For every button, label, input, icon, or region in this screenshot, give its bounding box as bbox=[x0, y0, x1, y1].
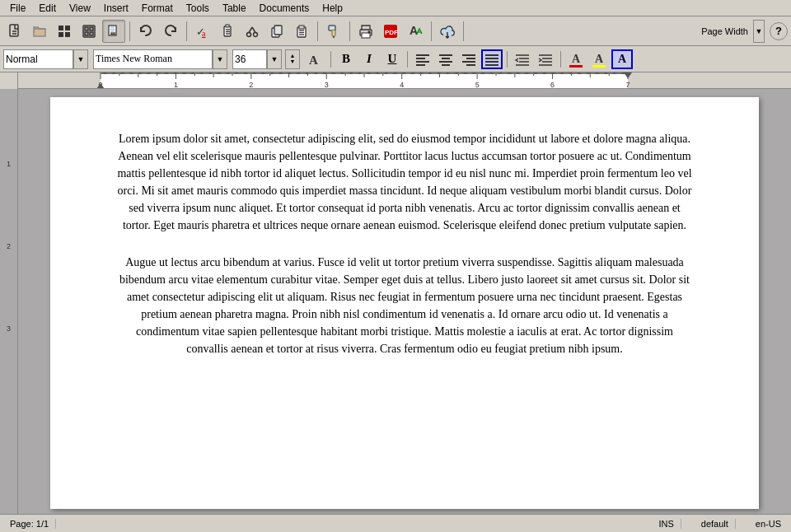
document-scroll[interactable]: Lorem ipsum dolor sit amet, consectetur … bbox=[18, 89, 791, 514]
align-center-button[interactable] bbox=[435, 49, 456, 69]
open-button[interactable] bbox=[28, 20, 51, 43]
copy-button[interactable] bbox=[265, 20, 288, 43]
menu-bar: File Edit View Insert Format Tools Table… bbox=[0, 0, 791, 16]
menu-format[interactable]: Format bbox=[135, 1, 180, 16]
menu-tools[interactable]: Tools bbox=[180, 1, 216, 16]
svg-rect-13 bbox=[110, 26, 115, 32]
align-left-button[interactable] bbox=[412, 49, 433, 69]
style-dropdown-arrow[interactable]: ▼ bbox=[73, 49, 88, 69]
sep3 bbox=[317, 21, 318, 41]
sep-fmt3 bbox=[507, 51, 508, 68]
ruler bbox=[18, 72, 791, 88]
help-button[interactable]: ? bbox=[770, 22, 788, 40]
clipboard-button[interactable] bbox=[216, 20, 239, 43]
page-width-area: Page Width ▼ ? bbox=[698, 20, 788, 43]
menu-insert[interactable]: Insert bbox=[97, 1, 135, 16]
svg-text:A: A bbox=[410, 24, 418, 37]
svg-rect-28 bbox=[274, 26, 282, 35]
status-bar: Page: 1/1 INS default en-US bbox=[0, 514, 791, 532]
page-width-dropdown-btn[interactable]: ▼ bbox=[753, 20, 765, 43]
paragraph-2: Augue ut lectus arcu bibendum at varius.… bbox=[116, 254, 693, 357]
svg-rect-30 bbox=[299, 26, 304, 29]
align-justify-button[interactable] bbox=[481, 49, 503, 69]
font-dropdown-arrow[interactable]: ▼ bbox=[213, 49, 227, 69]
undo-button[interactable] bbox=[134, 20, 157, 43]
svg-rect-3 bbox=[59, 26, 63, 30]
print-button[interactable] bbox=[354, 20, 377, 43]
menu-file[interactable]: File bbox=[3, 1, 32, 16]
svg-rect-5 bbox=[59, 32, 63, 37]
ruler-corner bbox=[0, 72, 18, 89]
spellcheck-button[interactable]: ✓ a bbox=[191, 20, 214, 43]
size-dropdown[interactable]: 36 bbox=[232, 49, 267, 69]
sep-fmt2 bbox=[407, 51, 408, 68]
align-right-button[interactable] bbox=[458, 49, 480, 69]
size-dropdown-arrow[interactable]: ▼ bbox=[267, 49, 282, 69]
sep1 bbox=[129, 21, 130, 41]
status-mode: INS bbox=[652, 519, 681, 529]
svg-rect-9 bbox=[90, 27, 93, 30]
style-dropdown-wrap: Normal ▼ bbox=[3, 49, 91, 69]
cut-button[interactable] bbox=[241, 20, 264, 43]
menu-edit[interactable]: Edit bbox=[32, 1, 63, 16]
line-num-1: 1 bbox=[7, 158, 11, 240]
style-dropdown[interactable]: Normal bbox=[3, 49, 73, 69]
ruler-container bbox=[0, 72, 791, 89]
view-grid2-button[interactable] bbox=[77, 20, 101, 43]
menu-help[interactable]: Help bbox=[316, 1, 349, 16]
font-dropdown[interactable]: Times New Roman bbox=[93, 49, 213, 69]
sep5 bbox=[431, 21, 432, 41]
toolbar1: ✓ a bbox=[0, 16, 791, 46]
status-page: Page: 1/1 bbox=[3, 519, 56, 529]
font-color-button[interactable]: A bbox=[565, 49, 587, 69]
sep-fmt1 bbox=[330, 51, 331, 68]
line-num-3: 3 bbox=[7, 323, 11, 405]
sep-fmt4 bbox=[560, 51, 561, 68]
size-stepper[interactable]: ▲ ▼ bbox=[285, 49, 300, 69]
menu-table[interactable]: Table bbox=[216, 1, 253, 16]
indent-decrease-button[interactable] bbox=[512, 49, 533, 69]
sep6 bbox=[463, 21, 464, 41]
menu-view[interactable]: View bbox=[63, 1, 97, 16]
spellcheck2-button[interactable]: A bbox=[404, 20, 427, 43]
svg-rect-6 bbox=[65, 32, 70, 37]
print-preview-button[interactable] bbox=[102, 20, 125, 43]
svg-text:a: a bbox=[202, 29, 206, 38]
redo-button[interactable] bbox=[159, 20, 182, 43]
svg-point-24 bbox=[254, 32, 258, 36]
svg-line-26 bbox=[252, 27, 255, 33]
size-dropdown-wrap: 36 ▼ ▲ ▼ bbox=[232, 49, 303, 69]
highlight-button[interactable]: A bbox=[588, 49, 610, 69]
pdf-button[interactable]: PDF bbox=[379, 20, 402, 43]
svg-rect-11 bbox=[90, 32, 93, 35]
paragraph-1: Lorem ipsum dolor sit amet, consectetur … bbox=[116, 130, 693, 234]
line-num-2: 2 bbox=[7, 240, 11, 323]
save-cloud-button[interactable] bbox=[436, 20, 459, 43]
svg-line-25 bbox=[249, 27, 252, 33]
svg-rect-34 bbox=[329, 26, 335, 30]
sep2 bbox=[186, 21, 187, 41]
page-width-label: Page Width bbox=[698, 26, 751, 36]
left-panel: 1 2 3 bbox=[0, 89, 18, 514]
format-paint-button[interactable] bbox=[322, 20, 345, 43]
sep4 bbox=[349, 21, 350, 41]
menu-documents[interactable]: Documents bbox=[253, 1, 316, 16]
page: Lorem ipsum dolor sit amet, consectetur … bbox=[50, 97, 759, 509]
svg-rect-4 bbox=[65, 26, 70, 30]
svg-rect-8 bbox=[85, 27, 88, 30]
new-button[interactable] bbox=[3, 20, 26, 43]
char-style-button[interactable]: A bbox=[611, 49, 633, 69]
underline-button[interactable]: U bbox=[381, 49, 403, 69]
indent-increase-button[interactable] bbox=[535, 49, 556, 69]
font-A-button[interactable]: A bbox=[305, 49, 326, 69]
view-grid-button[interactable] bbox=[53, 20, 76, 43]
svg-text:PDF: PDF bbox=[385, 29, 398, 36]
bold-button[interactable]: B bbox=[335, 49, 357, 69]
status-style: default bbox=[695, 519, 736, 529]
italic-button[interactable]: I bbox=[358, 49, 380, 69]
toolbar2: Normal ▼ Times New Roman ▼ 36 ▼ ▲ ▼ A B … bbox=[0, 46, 791, 72]
svg-rect-19 bbox=[226, 25, 229, 27]
paste-button[interactable] bbox=[290, 20, 313, 43]
svg-rect-0 bbox=[10, 25, 18, 36]
status-locale: en-US bbox=[749, 519, 788, 529]
